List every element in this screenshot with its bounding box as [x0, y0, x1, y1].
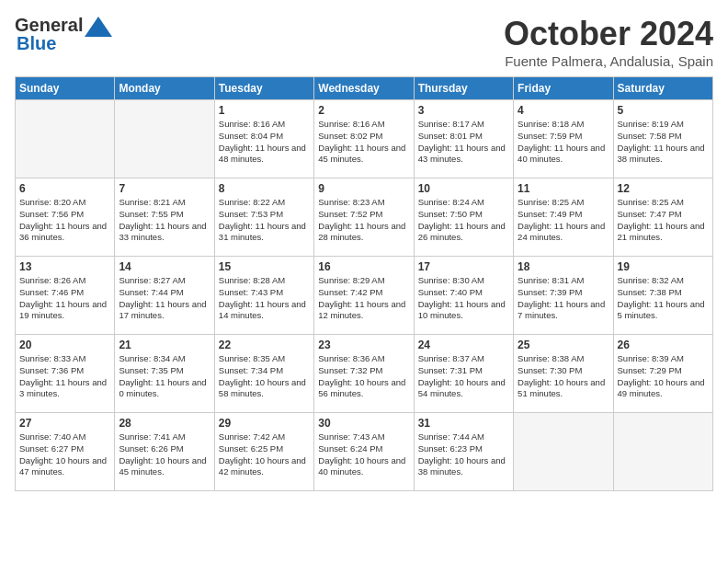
day-info: Sunrise: 8:21 AM Sunset: 7:55 PM Dayligh…	[119, 197, 210, 244]
day-number: 27	[19, 417, 110, 430]
title-block: October 2024 Fuente Palmera, Andalusia, …	[504, 15, 713, 69]
day-cell: 21Sunrise: 8:34 AM Sunset: 7:35 PM Dayli…	[115, 335, 214, 413]
day-info: Sunrise: 8:16 AM Sunset: 8:04 PM Dayligh…	[219, 119, 310, 166]
day-info: Sunrise: 8:25 AM Sunset: 7:47 PM Dayligh…	[618, 197, 709, 244]
day-number: 18	[518, 260, 609, 273]
day-cell: 19Sunrise: 8:32 AM Sunset: 7:38 PM Dayli…	[613, 257, 712, 335]
day-info: Sunrise: 8:19 AM Sunset: 7:58 PM Dayligh…	[618, 119, 709, 166]
day-number: 16	[318, 260, 409, 273]
day-cell: 18Sunrise: 8:31 AM Sunset: 7:39 PM Dayli…	[514, 257, 613, 335]
day-number: 26	[618, 339, 709, 351]
day-info: Sunrise: 8:39 AM Sunset: 7:29 PM Dayligh…	[618, 353, 709, 400]
day-number: 2	[318, 104, 409, 117]
day-cell: 24Sunrise: 8:37 AM Sunset: 7:31 PM Dayli…	[414, 335, 513, 413]
day-number: 9	[318, 182, 409, 195]
day-cell: 17Sunrise: 8:30 AM Sunset: 7:40 PM Dayli…	[414, 257, 513, 335]
day-number: 1	[219, 104, 310, 117]
day-cell: 29Sunrise: 7:42 AM Sunset: 6:25 PM Dayli…	[214, 413, 313, 491]
day-number: 11	[518, 182, 609, 195]
day-number: 8	[219, 182, 310, 195]
day-number: 21	[119, 339, 210, 351]
week-row-4: 20Sunrise: 8:33 AM Sunset: 7:36 PM Dayli…	[16, 335, 713, 413]
day-cell: 7Sunrise: 8:21 AM Sunset: 7:55 PM Daylig…	[115, 178, 214, 257]
day-number: 15	[219, 260, 310, 273]
day-cell: 30Sunrise: 7:43 AM Sunset: 6:24 PM Dayli…	[314, 413, 414, 491]
day-number: 19	[618, 260, 709, 273]
day-number: 31	[418, 417, 509, 430]
day-info: Sunrise: 8:16 AM Sunset: 8:02 PM Dayligh…	[318, 119, 409, 166]
day-info: Sunrise: 8:29 AM Sunset: 7:42 PM Dayligh…	[318, 275, 409, 322]
day-info: Sunrise: 8:34 AM Sunset: 7:35 PM Dayligh…	[119, 353, 210, 400]
day-cell: 1Sunrise: 8:16 AM Sunset: 8:04 PM Daylig…	[214, 100, 313, 178]
day-cell: 13Sunrise: 8:26 AM Sunset: 7:46 PM Dayli…	[16, 257, 115, 335]
col-header-tuesday: Tuesday	[214, 77, 313, 100]
day-cell: 12Sunrise: 8:25 AM Sunset: 7:47 PM Dayli…	[613, 178, 712, 257]
day-number: 5	[618, 104, 709, 117]
day-info: Sunrise: 8:32 AM Sunset: 7:38 PM Dayligh…	[618, 275, 709, 322]
day-info: Sunrise: 8:18 AM Sunset: 7:59 PM Dayligh…	[518, 119, 609, 166]
location-subtitle: Fuente Palmera, Andalusia, Spain	[504, 53, 713, 69]
day-info: Sunrise: 8:24 AM Sunset: 7:50 PM Dayligh…	[418, 197, 509, 244]
day-cell: 4Sunrise: 8:18 AM Sunset: 7:59 PM Daylig…	[514, 100, 613, 178]
day-cell: 28Sunrise: 7:41 AM Sunset: 6:26 PM Dayli…	[115, 413, 214, 491]
logo: General Blue	[15, 15, 112, 54]
logo-blue-text: Blue	[17, 33, 56, 54]
day-info: Sunrise: 8:22 AM Sunset: 7:53 PM Dayligh…	[219, 197, 310, 244]
day-info: Sunrise: 8:28 AM Sunset: 7:43 PM Dayligh…	[219, 275, 310, 322]
day-number: 22	[219, 339, 310, 351]
col-header-thursday: Thursday	[414, 77, 513, 100]
calendar-header: SundayMondayTuesdayWednesdayThursdayFrid…	[16, 77, 713, 100]
day-cell: 15Sunrise: 8:28 AM Sunset: 7:43 PM Dayli…	[214, 257, 313, 335]
day-cell	[514, 413, 613, 491]
col-header-wednesday: Wednesday	[314, 77, 414, 100]
day-info: Sunrise: 8:30 AM Sunset: 7:40 PM Dayligh…	[418, 275, 509, 322]
day-cell: 23Sunrise: 8:36 AM Sunset: 7:32 PM Dayli…	[314, 335, 414, 413]
day-info: Sunrise: 8:26 AM Sunset: 7:46 PM Dayligh…	[19, 275, 110, 322]
svg-marker-0	[85, 17, 112, 37]
day-number: 7	[119, 182, 210, 195]
day-number: 3	[418, 104, 509, 117]
day-number: 17	[418, 260, 509, 273]
logo-icon	[85, 17, 112, 37]
day-info: Sunrise: 7:42 AM Sunset: 6:25 PM Dayligh…	[219, 431, 310, 478]
day-cell	[115, 100, 214, 178]
col-header-saturday: Saturday	[613, 77, 712, 100]
day-number: 14	[119, 260, 210, 273]
col-header-friday: Friday	[514, 77, 613, 100]
month-title: October 2024	[504, 15, 713, 53]
day-cell: 22Sunrise: 8:35 AM Sunset: 7:34 PM Dayli…	[214, 335, 313, 413]
calendar-table: SundayMondayTuesdayWednesdayThursdayFrid…	[15, 76, 713, 491]
day-cell: 6Sunrise: 8:20 AM Sunset: 7:56 PM Daylig…	[16, 178, 115, 257]
day-cell: 26Sunrise: 8:39 AM Sunset: 7:29 PM Dayli…	[613, 335, 712, 413]
day-cell	[613, 413, 712, 491]
day-cell: 16Sunrise: 8:29 AM Sunset: 7:42 PM Dayli…	[314, 257, 414, 335]
day-number: 30	[318, 417, 409, 430]
day-cell: 10Sunrise: 8:24 AM Sunset: 7:50 PM Dayli…	[414, 178, 513, 257]
day-info: Sunrise: 7:41 AM Sunset: 6:26 PM Dayligh…	[119, 431, 210, 478]
day-info: Sunrise: 8:31 AM Sunset: 7:39 PM Dayligh…	[518, 275, 609, 322]
day-info: Sunrise: 8:20 AM Sunset: 7:56 PM Dayligh…	[19, 197, 110, 244]
day-number: 28	[119, 417, 210, 430]
calendar-body: 1Sunrise: 8:16 AM Sunset: 8:04 PM Daylig…	[16, 100, 713, 491]
day-info: Sunrise: 7:43 AM Sunset: 6:24 PM Dayligh…	[318, 431, 409, 478]
day-number: 13	[19, 260, 110, 273]
day-cell: 8Sunrise: 8:22 AM Sunset: 7:53 PM Daylig…	[214, 178, 313, 257]
day-number: 23	[318, 339, 409, 351]
day-cell: 2Sunrise: 8:16 AM Sunset: 8:02 PM Daylig…	[314, 100, 414, 178]
day-cell	[16, 100, 115, 178]
week-row-3: 13Sunrise: 8:26 AM Sunset: 7:46 PM Dayli…	[16, 257, 713, 335]
day-number: 20	[19, 339, 110, 351]
week-row-5: 27Sunrise: 7:40 AM Sunset: 6:27 PM Dayli…	[16, 413, 713, 491]
day-info: Sunrise: 8:35 AM Sunset: 7:34 PM Dayligh…	[219, 353, 310, 400]
day-number: 4	[518, 104, 609, 117]
day-cell: 11Sunrise: 8:25 AM Sunset: 7:49 PM Dayli…	[514, 178, 613, 257]
day-number: 25	[518, 339, 609, 351]
week-row-1: 1Sunrise: 8:16 AM Sunset: 8:04 PM Daylig…	[16, 100, 713, 178]
day-cell: 25Sunrise: 8:38 AM Sunset: 7:30 PM Dayli…	[514, 335, 613, 413]
day-cell: 20Sunrise: 8:33 AM Sunset: 7:36 PM Dayli…	[16, 335, 115, 413]
day-info: Sunrise: 8:17 AM Sunset: 8:01 PM Dayligh…	[418, 119, 509, 166]
day-info: Sunrise: 7:44 AM Sunset: 6:23 PM Dayligh…	[418, 431, 509, 478]
day-info: Sunrise: 8:36 AM Sunset: 7:32 PM Dayligh…	[318, 353, 409, 400]
day-info: Sunrise: 8:25 AM Sunset: 7:49 PM Dayligh…	[518, 197, 609, 244]
day-cell: 14Sunrise: 8:27 AM Sunset: 7:44 PM Dayli…	[115, 257, 214, 335]
